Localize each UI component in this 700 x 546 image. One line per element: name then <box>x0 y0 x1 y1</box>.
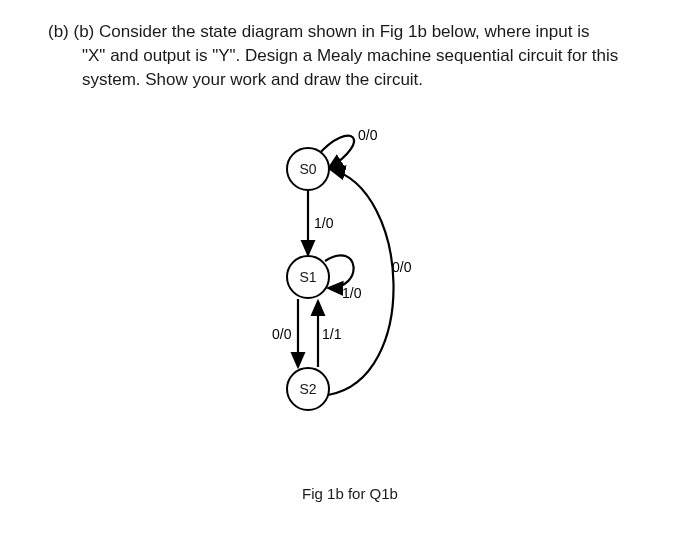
edge-label-s0-s1: 1/0 <box>314 215 333 231</box>
edge-label-s0-self: 0/0 <box>358 127 377 143</box>
edge-label-s2-s0: 0/0 <box>392 259 411 275</box>
question-text: (b) (b) Consider the state diagram shown… <box>48 20 652 91</box>
state-s2-label: S2 <box>299 381 316 397</box>
figure-caption: Fig 1b for Q1b <box>48 485 652 502</box>
edge-label-s2-s1: 1/1 <box>322 326 341 342</box>
question-prefix: (b) (b) <box>48 22 94 41</box>
state-s1: S1 <box>286 255 330 299</box>
edge-label-s1-s2: 0/0 <box>272 326 291 342</box>
question-line1: Consider the state diagram shown in Fig … <box>99 22 589 41</box>
edge-label-s1-self: 1/0 <box>342 285 361 301</box>
question-line2: "X" and output is "Y". Design a Mealy ma… <box>82 44 652 68</box>
state-s0-label: S0 <box>299 161 316 177</box>
state-s0: S0 <box>286 147 330 191</box>
state-diagram: S0 S1 S2 0/0 1/0 1/0 0/0 1/1 0/0 <box>200 119 500 479</box>
question-line3: system. Show your work and draw the circ… <box>82 68 652 92</box>
state-s2: S2 <box>286 367 330 411</box>
state-s1-label: S1 <box>299 269 316 285</box>
